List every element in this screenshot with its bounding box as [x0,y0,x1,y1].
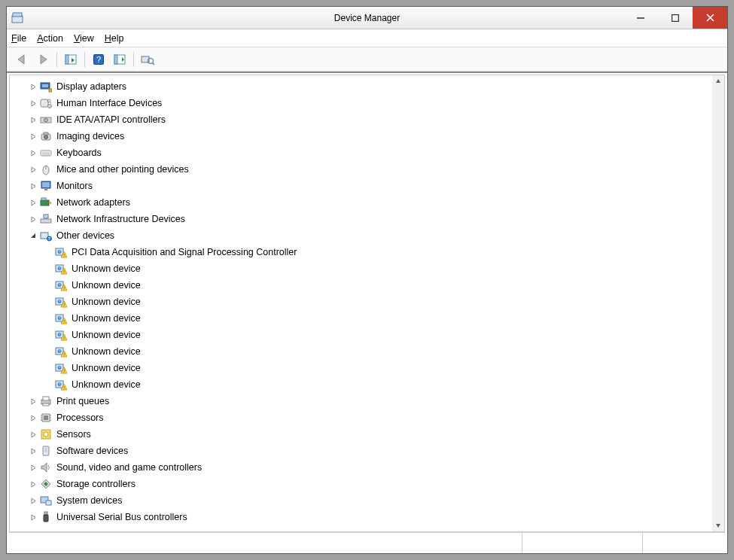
tree-item-label: System devices [56,495,123,506]
printer-icon [40,395,52,407]
svg-marker-39 [32,167,35,172]
close-button[interactable] [693,7,727,29]
svg-rect-24 [41,99,48,107]
tree-item[interactable]: ?!Unknown device [10,294,712,310]
tree-item[interactable]: Keyboards [10,145,712,161]
expand-icon[interactable] [28,148,38,158]
tree-item[interactable]: ?!Unknown device [10,343,712,360]
svg-point-33 [44,135,48,139]
svg-rect-9 [65,55,69,64]
menu-bar: File Action View Help [7,29,727,47]
tree-item[interactable]: Processors [10,409,712,426]
tree-item[interactable]: Storage controllers [10,476,712,492]
monitor-icon [40,180,52,192]
maximize-button[interactable] [658,7,693,29]
tree-item[interactable]: Mice and other pointing devices [10,161,712,178]
tree-item-label: Software devices [56,446,128,456]
toolbar-separator [133,52,134,67]
expand-icon[interactable] [28,412,38,423]
svg-rect-3 [672,14,679,21]
scan-hardware-button[interactable] [139,50,157,68]
collapse-icon[interactable] [28,230,38,241]
tree-item[interactable]: Universal Serial Bus controllers [10,509,712,525]
status-cell [9,533,522,553]
expand-icon[interactable] [28,197,38,208]
tree-item[interactable]: ?!Unknown device [10,310,712,327]
help-button[interactable]: ? [90,50,108,68]
svg-line-27 [50,102,51,103]
tree-item-label: Print queues [56,396,109,406]
expand-icon[interactable] [28,81,38,92]
expand-icon[interactable] [28,462,38,473]
expand-icon[interactable] [28,181,38,191]
tree-item[interactable]: Sound, video and game controllers [10,459,712,476]
tree-item[interactable]: Sensors [10,426,712,443]
tree-item[interactable]: Software devices [10,443,712,459]
svg-marker-6 [18,55,24,64]
tree-item-label: Display adapters [56,81,126,92]
expand-icon[interactable] [28,114,38,125]
svg-rect-106 [43,403,49,406]
tree-item[interactable]: ?!Unknown device [10,376,712,393]
title-bar[interactable]: Device Manager [7,7,727,29]
expand-icon[interactable] [28,214,38,224]
expand-icon[interactable] [28,429,38,440]
sound-icon [40,461,52,473]
expand-icon[interactable] [28,98,38,108]
properties-button[interactable] [111,50,129,68]
expand-icon[interactable] [28,164,38,175]
tree-view-wrap: Display adaptersHuman Interface DevicesI… [9,75,725,532]
tree-item[interactable]: ?!Unknown device [10,327,712,343]
expand-icon[interactable] [28,446,38,456]
network-infra-icon [40,213,52,225]
tree-item[interactable]: System devices [10,492,712,509]
vertical-scrollbar[interactable] [712,75,724,531]
menu-view[interactable]: View [74,33,94,44]
scroll-track[interactable] [712,87,724,519]
show-hide-tree-button[interactable] [62,50,80,68]
back-button[interactable] [13,50,31,68]
tree-item[interactable]: Network adapters [10,194,712,211]
menu-file[interactable]: File [11,33,26,44]
tree-item-label: Network adapters [56,197,130,208]
expand-icon[interactable] [28,479,38,489]
tree-item-label: Other devices [56,230,114,241]
tree-item[interactable]: Monitors [10,178,712,194]
tree-item[interactable]: Network Infrastructure Devices [10,211,712,227]
svg-rect-51 [41,219,51,223]
svg-rect-109 [44,415,48,420]
device-tree[interactable]: Display adaptersHuman Interface DevicesI… [10,75,712,531]
svg-marker-54 [31,233,35,238]
menu-help[interactable]: Help [105,33,124,44]
svg-point-118 [44,432,48,437]
svg-rect-121 [44,448,47,452]
tree-item-label: Unknown device [72,363,141,373]
expand-icon[interactable] [28,495,38,506]
minimize-button[interactable] [623,7,658,29]
tree-item[interactable]: Print queues [10,393,712,409]
tree-item-label: Unknown device [72,330,141,340]
expand-icon[interactable] [28,131,38,142]
tree-item[interactable]: Display adapters [10,78,712,95]
menu-action[interactable]: Action [37,33,63,44]
tree-item[interactable]: ?Other devices [10,227,712,244]
svg-marker-35 [32,151,35,156]
tree-item[interactable]: IDE ATA/ATAPI controllers [10,111,712,128]
svg-marker-127 [32,498,35,504]
tree-item[interactable]: Imaging devices [10,128,712,145]
expand-icon[interactable] [28,512,38,522]
scroll-down-button[interactable] [712,519,724,531]
software-device-icon [40,445,52,457]
tree-item[interactable]: ?!Unknown device [10,260,712,277]
tree-item[interactable]: ?!Unknown device [10,360,712,376]
forward-button[interactable] [34,50,52,68]
scroll-up-button[interactable] [712,75,724,87]
svg-marker-116 [32,432,35,437]
expand-icon[interactable] [28,396,38,406]
tree-item[interactable]: ?!Unknown device [10,277,712,294]
tree-item[interactable]: ?!PCI Data Acquisition and Signal Proces… [10,244,712,260]
svg-marker-130 [32,515,35,520]
tree-item[interactable]: Human Interface Devices [10,95,712,111]
tree-item-label: Network Infrastructure Devices [56,214,185,224]
storage-icon [40,478,52,490]
